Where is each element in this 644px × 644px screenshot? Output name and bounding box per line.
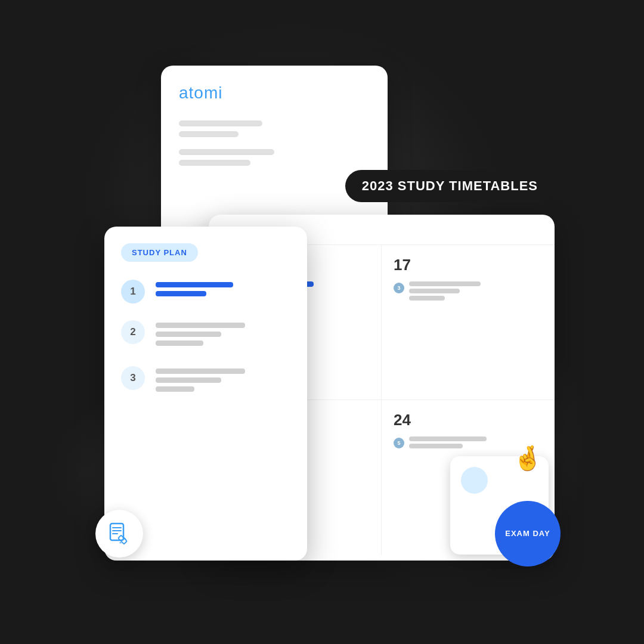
event-dot-5: 5	[394, 438, 404, 448]
cal-date-17: 17	[394, 256, 543, 274]
doc-icon-circle	[95, 510, 143, 558]
event-gray-17-1	[409, 281, 481, 286]
item-line-gray-3-3	[156, 386, 194, 392]
event-gray-17-2	[409, 289, 460, 293]
event-gray-17-3	[409, 296, 445, 301]
exam-day-dot	[461, 467, 488, 494]
placeholder-bar-4	[179, 160, 250, 166]
study-item-1: 1	[121, 280, 290, 304]
cal-date-24: 24	[394, 411, 543, 429]
study-item-number-2: 2	[121, 320, 145, 344]
study-item-2: 2	[121, 320, 290, 349]
document-edit-icon	[107, 521, 132, 546]
atomi-logo: atomi	[179, 83, 370, 103]
calendar-cell-17: 17 3	[382, 245, 555, 400]
item-line-blue-long-1	[156, 282, 233, 287]
exam-day-badge: EXAM DAY	[495, 501, 561, 566]
event-gray-24-1	[409, 436, 487, 441]
exam-day-card: 🤞 EXAM DAY	[450, 456, 549, 555]
fingers-crossed-emoji: 🤞	[513, 444, 543, 472]
study-item-number-1: 1	[121, 280, 145, 304]
placeholder-bar-3	[179, 149, 274, 155]
item-line-gray-3-1	[156, 369, 245, 374]
placeholder-bar-2	[179, 131, 239, 137]
study-item-3: 3	[121, 366, 290, 395]
timetable-badge: 2023 STUDY TIMETABLES	[345, 170, 555, 202]
study-item-lines-3	[156, 366, 290, 395]
placeholder-bar-1	[179, 120, 262, 126]
study-item-number-3: 3	[121, 366, 145, 390]
item-line-gray-2-3	[156, 340, 203, 346]
study-plan-badge: STUDY PLAN	[121, 243, 198, 262]
study-item-lines-1	[156, 280, 290, 300]
study-plan-card: STUDY PLAN 1 2 3	[104, 227, 307, 561]
event-lines-17	[409, 281, 543, 303]
item-line-blue-short-1	[156, 291, 206, 296]
event-dot-3: 3	[394, 283, 404, 293]
event-gray-24-2	[409, 444, 463, 448]
study-item-lines-2	[156, 320, 290, 349]
item-line-gray-3-2	[156, 377, 221, 383]
item-line-gray-2-1	[156, 323, 245, 328]
item-line-gray-2-2	[156, 332, 221, 337]
exam-day-container: 🤞 EXAM DAY	[450, 456, 549, 555]
svg-rect-0	[110, 524, 123, 540]
scene: atomi 2023 STUDY TIMETABLES TUE 10 1	[54, 54, 590, 590]
cal-event-17: 3	[394, 281, 543, 303]
svg-marker-6	[119, 542, 122, 543]
